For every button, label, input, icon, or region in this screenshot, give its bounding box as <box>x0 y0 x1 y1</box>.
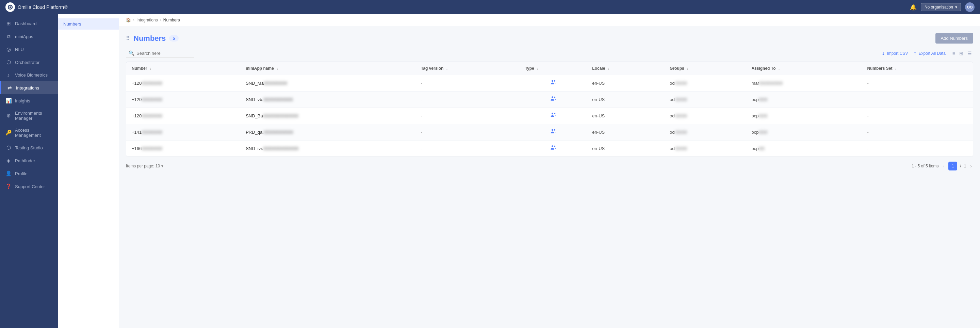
type-people-icon <box>550 129 557 136</box>
sub-sidebar-item-label: Numbers <box>63 21 81 27</box>
col-assigned[interactable]: Assigned To ↓ <box>746 62 862 75</box>
sidebar-item-profile[interactable]: 👤 Profile <box>0 167 58 180</box>
col-groups[interactable]: Groups ↓ <box>664 62 746 75</box>
avatar[interactable]: OO <box>965 2 975 12</box>
cell-locale: en-US <box>587 124 664 140</box>
filter-icon[interactable]: ≡ <box>951 50 956 57</box>
sidebar-item-integrations[interactable]: ⇌ Integrations <box>0 81 58 94</box>
sidebar-item-label: Integrations <box>16 85 39 91</box>
export-all-label: Export All Data <box>918 51 945 56</box>
svg-point-12 <box>554 146 555 147</box>
total-pages: 1 <box>964 164 966 169</box>
pagination-range: 1 - 5 of 5 items <box>912 164 939 169</box>
sidebar-item-miniapps[interactable]: ⧉ miniApps <box>0 30 58 43</box>
environments-icon: ⊕ <box>5 113 11 119</box>
sidebar-item-label: Pathfinder <box>15 158 35 163</box>
svg-point-6 <box>554 97 555 98</box>
sidebar-item-insights[interactable]: 📊 Insights <box>0 94 58 107</box>
page-1-button[interactable]: 1 <box>948 162 957 170</box>
sidebar-item-support[interactable]: ❓ Support Center <box>0 180 58 193</box>
pagination-bar: Items per page: 10 ▾ 1 - 5 of 5 items ‹ … <box>126 162 973 170</box>
cell-type <box>520 124 587 140</box>
col-locale[interactable]: Locale ↓ <box>587 62 664 75</box>
export-all-button[interactable]: ⤒ Export All Data <box>913 51 945 56</box>
svg-point-2 <box>10 6 11 8</box>
cell-number: +120XXXXXXX <box>126 75 240 92</box>
numbers-header: ⠿ Numbers 5 Add Numbers <box>126 33 973 43</box>
next-page-button[interactable]: › <box>969 162 973 169</box>
table-header-row: Number ↓ miniApp name ↓ Tag version ↓ Ty… <box>126 62 973 75</box>
col-type[interactable]: Type ↓ <box>520 62 587 75</box>
org-chevron-icon: ▾ <box>955 5 957 10</box>
cell-groups: oclXXXX <box>664 92 746 108</box>
cell-tag: - <box>415 140 520 157</box>
col-tag[interactable]: Tag version ↓ <box>415 62 520 75</box>
search-input[interactable] <box>137 51 184 56</box>
table-row: +120XXXXXXX SND_vb.XXXXXXXXXX - en-US <box>126 92 973 108</box>
pagination-right: 1 - 5 of 5 items ‹ 1 / 1 › <box>912 162 973 170</box>
cell-numbers-set: - <box>862 140 973 157</box>
prev-page-button[interactable]: ‹ <box>942 162 946 169</box>
topbar-right: 🔔 No organisation ▾ OO <box>910 2 975 12</box>
svg-point-5 <box>552 96 553 98</box>
testing-studio-icon: ⬡ <box>5 145 11 151</box>
import-csv-button[interactable]: ⤓ Import CSV <box>882 51 908 56</box>
sidebar-item-label: Dashboard <box>15 21 37 26</box>
sidebar-item-orchestrator[interactable]: ⬡ Orchestrator <box>0 56 58 69</box>
cell-miniapp: SND_ivr.XXXXXXXXXXXX <box>240 140 415 157</box>
svg-point-11 <box>552 145 553 147</box>
cell-numbers-set: - <box>862 92 973 108</box>
cell-miniapp: PRD_qa.XXXXXXXXXX <box>240 124 415 140</box>
cell-locale: en-US <box>587 75 664 92</box>
sidebar-item-nlu[interactable]: ◎ NLU <box>0 43 58 56</box>
add-numbers-button[interactable]: Add Numbers <box>935 33 973 43</box>
sidebar-item-label: Orchestrator <box>15 60 40 65</box>
sort-miniapp-icon: ↓ <box>276 66 278 70</box>
sidebar-item-access-management[interactable]: 🔑 Access Management <box>0 124 58 141</box>
sidebar-item-label: Profile <box>15 171 27 176</box>
view-icons: ≡ ⊞ ☰ <box>951 50 973 57</box>
breadcrumb-integrations[interactable]: Integrations <box>137 18 158 22</box>
notifications-icon[interactable]: 🔔 <box>910 4 917 11</box>
cell-tag: - <box>415 108 520 124</box>
list-view-icon[interactable]: ☰ <box>966 50 973 57</box>
page-title: Numbers <box>134 34 166 43</box>
home-icon[interactable]: 🏠 <box>126 18 131 22</box>
col-miniapp[interactable]: miniApp name ↓ <box>240 62 415 75</box>
layout: ⊞ Dashboard ⧉ miniApps ◎ NLU ⬡ Orchestra… <box>0 14 980 328</box>
sidebar-item-testing-studio[interactable]: ⬡ Testing Studio <box>0 141 58 154</box>
sidebar-item-label: miniApps <box>15 34 33 39</box>
content-area: ⠿ Numbers 5 Add Numbers 🔍 ⤓ Import CSV <box>119 26 980 328</box>
search-icon: 🔍 <box>129 50 134 56</box>
cell-type <box>520 140 587 157</box>
topbar-left: Omilia Cloud Platform® <box>5 2 67 12</box>
sidebar-item-voice-biometrics[interactable]: ♪ Voice Biometrics <box>0 69 58 81</box>
search-box: 🔍 <box>126 49 194 57</box>
sort-assigned-icon: ↓ <box>778 66 780 70</box>
cell-groups: oclXXXX <box>664 140 746 157</box>
sidebar-item-dashboard[interactable]: ⊞ Dashboard <box>0 17 58 30</box>
sidebar-item-pathfinder[interactable]: ◈ Pathfinder <box>0 154 58 167</box>
cell-groups: oclXXXX <box>664 75 746 92</box>
table-row: +141XXXXXXX PRD_qa.XXXXXXXXXX - en-US <box>126 124 973 140</box>
sort-groups-icon: ↓ <box>687 66 689 70</box>
cell-groups: oclXXXX <box>664 108 746 124</box>
svg-point-8 <box>554 113 555 114</box>
org-selector[interactable]: No organisation ▾ <box>921 3 961 11</box>
col-numbers-set[interactable]: Numbers Set ↓ <box>862 62 973 75</box>
sub-sidebar-item-numbers[interactable]: Numbers <box>58 18 119 30</box>
table-row: +120XXXXXXX SND_BaXXXXXXXXXXXX - en-US <box>126 108 973 124</box>
cell-locale: en-US <box>587 140 664 157</box>
integrations-icon: ⇌ <box>6 85 13 91</box>
orchestrator-icon: ⬡ <box>5 59 11 65</box>
sidebar-item-environments[interactable]: ⊕ Environments Manager <box>0 107 58 124</box>
sort-type-icon: ↓ <box>537 66 539 70</box>
col-number[interactable]: Number ↓ <box>126 62 240 75</box>
cell-tag: - <box>415 124 520 140</box>
breadcrumb-sep1: › <box>133 18 134 22</box>
cell-numbers-set: - <box>862 124 973 140</box>
sort-tag-icon: ↓ <box>446 66 448 70</box>
grid-view-icon[interactable]: ⊞ <box>958 50 965 57</box>
items-per-page-selector[interactable]: Items per page: 10 ▾ <box>126 164 163 169</box>
sidebar-item-label: Access Management <box>15 127 52 138</box>
